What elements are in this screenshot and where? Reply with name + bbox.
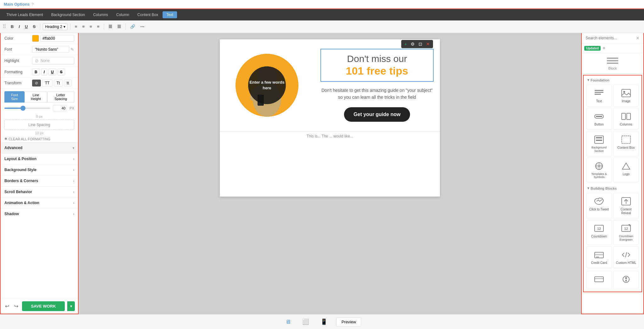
element-button[interactable]: Button [586, 108, 612, 130]
nav-item-text[interactable]: Text [163, 11, 177, 18]
font-size-slider[interactable] [4, 108, 50, 109]
element-image[interactable]: Image [613, 85, 639, 107]
tablet-view-btn[interactable]: ⬜ [300, 317, 312, 326]
highlight-placeholder: None [41, 59, 50, 63]
save-dropdown-button[interactable]: ▾ [67, 301, 75, 311]
transform-label: Transform [4, 81, 30, 85]
transform-none-btn[interactable]: ⊘ [32, 80, 41, 86]
logo-element-icon [620, 161, 632, 171]
align-center-button[interactable]: ≡ [80, 23, 86, 30]
color-input[interactable] [40, 35, 74, 42]
element-extra-2[interactable] [613, 271, 639, 289]
format-strike-btn[interactable]: S [58, 69, 65, 75]
color-value [32, 35, 74, 42]
text-element-icon [593, 88, 605, 98]
sel-copy-btn[interactable]: ⊡ [417, 41, 424, 47]
html-element-label: Custom HTML [616, 261, 636, 265]
layout-position-header[interactable]: Layout & Position › [1, 153, 78, 164]
list-ordered-button[interactable]: ☰ [115, 23, 123, 30]
animation-action-header[interactable]: Animation & Action › [1, 197, 78, 208]
align-right-button[interactable]: ≡ [88, 23, 94, 30]
letter-spacing-tab[interactable]: Letter Spacing [47, 91, 74, 103]
shadow-chevron: › [73, 212, 74, 216]
line-height-tab[interactable]: Line Height [25, 91, 47, 103]
borders-corners-header[interactable]: Borders & Corners › [1, 175, 78, 186]
font-size-tab[interactable]: Font Size [4, 91, 25, 103]
align-justify-button[interactable]: ≡ [95, 23, 102, 30]
slider-container: PX [4, 105, 74, 111]
foundation-label: Foundation [584, 75, 641, 83]
cta-button[interactable]: Get your guide now [344, 107, 410, 122]
font-edit-icon[interactable]: ✎ [70, 47, 74, 52]
nav-item-contentbox[interactable]: Content Box [134, 11, 162, 18]
countdown-ev-element-label: Countdown Evergreen [615, 235, 637, 242]
element-text[interactable]: Text [586, 85, 612, 107]
transform-lowercase-btn[interactable]: tt [64, 80, 72, 86]
align-left-button[interactable]: ≡ [73, 23, 79, 30]
svg-rect-9 [595, 94, 601, 95]
format-underline-btn[interactable]: U [48, 69, 56, 75]
element-contentbox[interactable]: Content Box [613, 131, 639, 156]
font-size-input[interactable] [53, 105, 67, 111]
element-extra-1[interactable] [586, 271, 612, 289]
background-element-icon [593, 135, 605, 145]
color-row: Color [1, 33, 78, 44]
templates-element-label: Templates & Symbols [588, 172, 610, 179]
save-button[interactable]: SAVE WORK [22, 301, 65, 311]
reveal-element-icon [620, 196, 632, 206]
scroll-behavior-header[interactable]: Scroll Behavior › [1, 186, 78, 197]
nav-item-thrive[interactable]: Thrive Leads Element [3, 11, 47, 18]
undo-button[interactable]: ↩ [4, 302, 10, 310]
sel-delete-btn[interactable]: ✕ [425, 41, 431, 47]
element-credit-card[interactable]: Credit Card [586, 246, 612, 268]
desktop-view-btn[interactable]: 🖥 [283, 317, 293, 326]
shadow-header[interactable]: Shadow › [1, 208, 78, 219]
element-content-reveal[interactable]: Content Reveal [613, 193, 639, 219]
format-italic-btn[interactable]: I [41, 69, 47, 75]
more-button[interactable]: ⋯ [138, 23, 146, 30]
color-swatch[interactable] [32, 35, 39, 42]
transform-capitalize-btn[interactable]: Tt [54, 80, 63, 86]
element-columns[interactable]: Columns [613, 108, 639, 130]
advanced-section-header[interactable]: Advanced ▾ [1, 142, 78, 153]
dark-circle-text: Enter a few words here [248, 80, 286, 91]
search-input[interactable] [586, 36, 636, 40]
clear-formatting-btn[interactable]: ✱ CLEAR ALL FORMATTING [1, 136, 78, 142]
element-click-tweet[interactable]: Click to Tweet [586, 193, 612, 219]
selection-toolbar: + ⚙ ⊡ ✕ [401, 40, 433, 48]
element-countdown[interactable]: 12 Countdown [586, 220, 612, 245]
italic-button[interactable]: I [17, 23, 22, 30]
nav-item-background[interactable]: Background Section [47, 11, 89, 18]
heading-select[interactable]: Heading 2 ▾ [43, 23, 68, 30]
element-templates[interactable]: Templates & Symbols [586, 158, 612, 183]
image-element-icon [620, 88, 632, 98]
link-button[interactable]: 🔗 [128, 23, 137, 30]
selected-text-box[interactable]: + ⚙ ⊡ ✕ Don't miss our 101 free tips [320, 49, 434, 82]
transform-uppercase-btn[interactable]: TT [42, 80, 53, 86]
help-icon[interactable]: ? [31, 2, 34, 7]
element-countdown-evergreen[interactable]: 12 Countdown Evergreen [613, 220, 639, 245]
left-panel: Color Font "Nunito Sans" ✎ Highlight ⊘ [0, 33, 79, 314]
nav-item-columns[interactable]: Columns [89, 11, 112, 18]
nav-item-column[interactable]: Column [113, 11, 133, 18]
borders-chevron: › [73, 179, 74, 183]
sel-add-btn[interactable]: + [403, 41, 408, 47]
format-bold-btn[interactable]: B [32, 69, 40, 75]
sel-edit-btn[interactable]: ⚙ [409, 41, 416, 47]
strikethrough-button[interactable]: S [31, 23, 37, 30]
redo-button[interactable]: ↪ [13, 302, 19, 310]
center-canvas[interactable]: Enter a few words here + ⚙ ⊡ ✕ [79, 33, 581, 314]
background-style-header[interactable]: Background Style › [1, 164, 78, 175]
close-search-icon[interactable]: ✕ [636, 36, 640, 41]
svg-rect-19 [622, 136, 630, 143]
preview-button[interactable]: Preview [336, 317, 361, 326]
bold-button[interactable]: B [9, 23, 15, 30]
mobile-view-btn[interactable]: 📱 [318, 317, 330, 326]
element-custom-html[interactable]: Custom HTML [613, 246, 639, 268]
right-panel-header: ✕ [582, 33, 643, 43]
svg-marker-22 [622, 163, 630, 169]
underline-button[interactable]: U [23, 23, 30, 30]
element-logo[interactable]: Logo [613, 158, 639, 183]
element-background[interactable]: Background Section [586, 131, 612, 156]
list-unordered-button[interactable]: ☰ [107, 23, 114, 30]
